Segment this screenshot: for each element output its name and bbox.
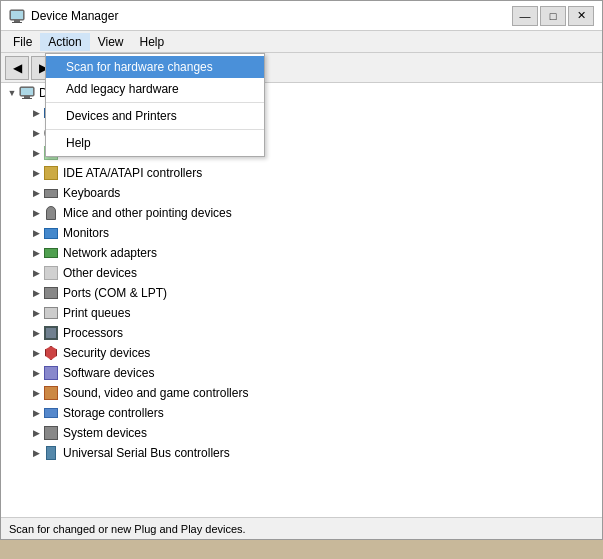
item-label: System devices — [63, 426, 147, 440]
window-title: Device Manager — [31, 9, 118, 23]
monitor-icon — [43, 225, 59, 241]
arrow: ▶ — [29, 326, 43, 340]
other-devices-icon — [43, 265, 59, 281]
close-button[interactable]: ✕ — [568, 6, 594, 26]
arrow: ▶ — [29, 166, 43, 180]
keyboard-icon — [43, 185, 59, 201]
ide-icon — [43, 165, 59, 181]
list-item[interactable]: ▶ Software devices — [1, 363, 602, 383]
svg-rect-1 — [14, 20, 20, 22]
sound-icon — [43, 385, 59, 401]
menu-action[interactable]: Action — [40, 33, 89, 51]
menu-help-item[interactable]: Help — [46, 132, 264, 154]
list-item[interactable]: ▶ System devices — [1, 423, 602, 443]
svg-rect-5 — [21, 88, 33, 95]
item-label: Processors — [63, 326, 123, 340]
toolbar-back[interactable]: ◀ — [5, 56, 29, 80]
title-controls: — □ ✕ — [512, 6, 594, 26]
arrow: ▶ — [29, 406, 43, 420]
item-label: Network adapters — [63, 246, 157, 260]
item-label: Universal Serial Bus controllers — [63, 446, 230, 460]
menu-scan-hardware[interactable]: Scan for hardware changes — [46, 56, 264, 78]
status-text: Scan for changed or new Plug and Play de… — [9, 523, 246, 535]
item-label: Mice and other pointing devices — [63, 206, 232, 220]
menu-view[interactable]: View — [90, 33, 132, 51]
item-label: Software devices — [63, 366, 154, 380]
ports-icon — [43, 285, 59, 301]
security-icon — [43, 345, 59, 361]
action-dropdown: Scan for hardware changes Add legacy har… — [45, 53, 265, 157]
item-label: Print queues — [63, 306, 130, 320]
list-item[interactable]: ▶ Security devices — [1, 343, 602, 363]
maximize-button[interactable]: □ — [540, 6, 566, 26]
list-item[interactable]: ▶ Ports (COM & LPT) — [1, 283, 602, 303]
mouse-icon — [43, 205, 59, 221]
menu-help[interactable]: Help — [132, 33, 173, 51]
arrow: ▶ — [29, 426, 43, 440]
menu-devices-printers[interactable]: Devices and Printers — [46, 105, 264, 127]
list-item[interactable]: ▶ Network adapters — [1, 243, 602, 263]
item-label: Security devices — [63, 346, 150, 360]
svg-rect-7 — [22, 98, 32, 99]
list-item[interactable]: ▶ Universal Serial Bus controllers — [1, 443, 602, 463]
system-icon — [43, 425, 59, 441]
arrow: ▶ — [29, 186, 43, 200]
root-arrow: ▼ — [5, 86, 19, 100]
item-label: Storage controllers — [63, 406, 164, 420]
svg-rect-3 — [11, 11, 23, 19]
arrow: ▶ — [29, 246, 43, 260]
arrow: ▶ — [29, 346, 43, 360]
item-label: Other devices — [63, 266, 137, 280]
arrow: ▶ — [29, 126, 43, 140]
device-manager-window: Device Manager — □ ✕ File Action View He… — [0, 0, 603, 540]
title-bar: Device Manager — □ ✕ — [1, 1, 602, 31]
list-item[interactable]: ▶ Sound, video and game controllers — [1, 383, 602, 403]
arrow: ▶ — [29, 226, 43, 240]
svg-rect-2 — [12, 22, 22, 23]
list-item[interactable]: ▶ Other devices — [1, 263, 602, 283]
network-icon — [43, 245, 59, 261]
software-icon — [43, 365, 59, 381]
svg-rect-6 — [24, 96, 30, 98]
item-label: Monitors — [63, 226, 109, 240]
item-label: Sound, video and game controllers — [63, 386, 248, 400]
arrow: ▶ — [29, 146, 43, 160]
arrow: ▶ — [29, 306, 43, 320]
list-item[interactable]: ▶ Processors — [1, 323, 602, 343]
item-label: Keyboards — [63, 186, 120, 200]
arrow: ▶ — [29, 366, 43, 380]
arrow: ▶ — [29, 386, 43, 400]
computer-icon — [19, 85, 35, 101]
storage-icon — [43, 405, 59, 421]
arrow: ▶ — [29, 266, 43, 280]
list-item[interactable]: ▶ Keyboards — [1, 183, 602, 203]
menu-file[interactable]: File — [5, 33, 40, 51]
menu-separator-1 — [46, 102, 264, 103]
list-item[interactable]: ▶ Monitors — [1, 223, 602, 243]
menu-separator-2 — [46, 129, 264, 130]
arrow: ▶ — [29, 286, 43, 300]
app-icon — [9, 8, 25, 24]
processors-icon — [43, 325, 59, 341]
list-item[interactable]: ▶ Storage controllers — [1, 403, 602, 423]
arrow: ▶ — [29, 446, 43, 460]
list-item[interactable]: ▶ IDE ATA/ATAPI controllers — [1, 163, 602, 183]
arrow: ▶ — [29, 206, 43, 220]
minimize-button[interactable]: — — [512, 6, 538, 26]
list-item[interactable]: ▶ Print queues — [1, 303, 602, 323]
list-item[interactable]: ▶ Mice and other pointing devices — [1, 203, 602, 223]
arrow: ▶ — [29, 106, 43, 120]
item-label: IDE ATA/ATAPI controllers — [63, 166, 202, 180]
print-icon — [43, 305, 59, 321]
menu-bar: File Action View Help Scan for hardware … — [1, 31, 602, 53]
status-bar: Scan for changed or new Plug and Play de… — [1, 517, 602, 539]
item-label: Ports (COM & LPT) — [63, 286, 167, 300]
usb-icon — [43, 445, 59, 461]
menu-add-legacy[interactable]: Add legacy hardware — [46, 78, 264, 100]
title-bar-left: Device Manager — [9, 8, 118, 24]
